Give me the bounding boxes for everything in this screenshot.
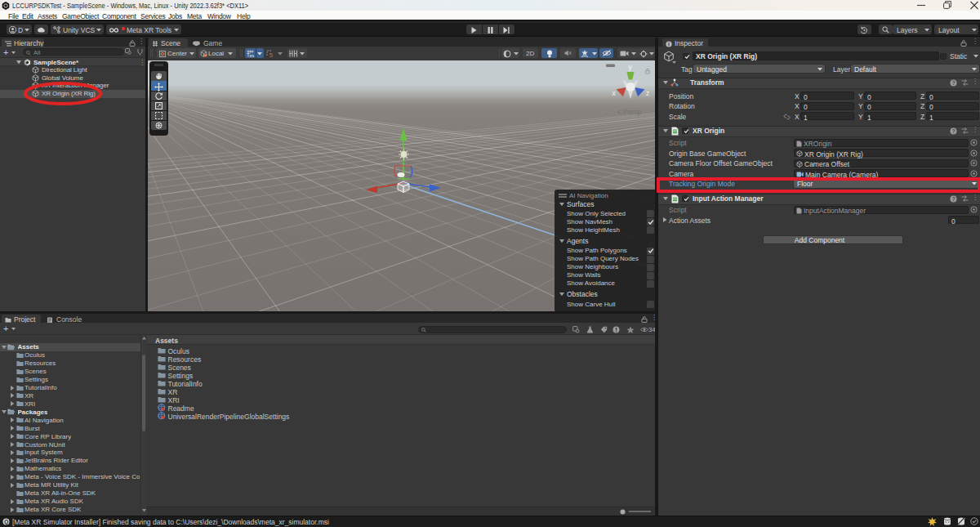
svg-text:z: z: [646, 89, 649, 97]
svg-text:?: ?: [952, 80, 956, 86]
svg-text:?: ?: [952, 196, 956, 202]
svg-text:?: ?: [952, 128, 956, 134]
svg-text:Q: Q: [4, 519, 8, 525]
svg-text:xy: xy: [250, 53, 254, 57]
svg-text:< Persp: < Persp: [617, 108, 642, 116]
svg-text:5: 5: [270, 51, 274, 58]
